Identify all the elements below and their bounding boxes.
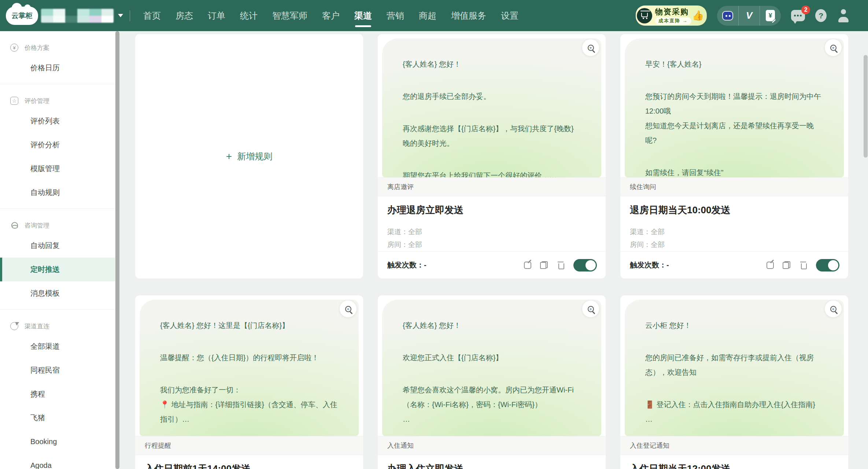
magnifier-plus-icon: + bbox=[345, 306, 351, 312]
nav-item-roomstatus[interactable]: 房态 bbox=[176, 0, 193, 31]
sidebar-section-header: ☆ 评价管理 bbox=[0, 92, 115, 109]
brand-v-button[interactable]: V bbox=[738, 6, 760, 26]
sidebar-item-fliggy[interactable]: 飞猪 bbox=[0, 406, 115, 430]
rule-room: 房间：全部 bbox=[630, 238, 839, 251]
channel-value: 全部 bbox=[408, 228, 422, 236]
message-paragraph: 您预订的房间今天到期啦！温馨提示：退房时间为中午12:00哦 想知道您今天是计划… bbox=[645, 89, 823, 148]
rule-title: 入住日期前1天14:00发送 bbox=[145, 462, 354, 469]
nav-item-orders[interactable]: 订单 bbox=[208, 0, 225, 31]
rule-tag: 离店邀评 bbox=[378, 177, 606, 196]
magnifier-plus-icon: + bbox=[588, 306, 594, 312]
message-paragraph: {客人姓名} 您好！这里是【{门店名称}】 bbox=[160, 318, 338, 333]
globe-send-icon bbox=[10, 322, 18, 330]
sidebar-item-booking[interactable]: Booking bbox=[0, 430, 115, 454]
zoom-in-button[interactable]: + bbox=[825, 39, 842, 56]
sidebar-item-agoda[interactable]: Agoda bbox=[0, 454, 115, 469]
rule-footer: 触发次数：- bbox=[620, 251, 848, 278]
nav-item-channels[interactable]: 渠道 bbox=[354, 0, 372, 31]
channel-label: 渠道： bbox=[630, 228, 651, 236]
content-scrollbar-thumb[interactable] bbox=[864, 55, 868, 158]
zoom-in-button[interactable]: + bbox=[340, 300, 357, 317]
zoom-in-button[interactable]: + bbox=[582, 39, 599, 56]
nav-item-home[interactable]: 首页 bbox=[143, 0, 161, 31]
messages-button[interactable]: 2 bbox=[791, 10, 805, 21]
zoom-in-button[interactable]: + bbox=[582, 300, 599, 317]
property-selector[interactable] bbox=[41, 9, 123, 23]
magnifier-plus-icon: + bbox=[830, 45, 836, 51]
ai-assistant-button[interactable] bbox=[717, 6, 738, 26]
rule-tag: 续住询问 bbox=[620, 177, 848, 196]
rule-card-trip-reminder: {客人姓名} 您好！这里是【{门店名称}】 温馨提醒：您（{入住日期}）的行程即… bbox=[135, 295, 363, 469]
copy-icon[interactable] bbox=[783, 261, 790, 269]
delete-icon[interactable] bbox=[557, 261, 565, 269]
nav-item-mall[interactable]: 商超 bbox=[419, 0, 436, 31]
billing-button[interactable]: ¥ bbox=[760, 6, 781, 26]
magnifier-plus-icon: + bbox=[588, 45, 594, 51]
nav-item-marketing[interactable]: 营销 bbox=[387, 0, 404, 31]
delete-icon[interactable] bbox=[799, 261, 807, 269]
topbar-divider bbox=[130, 10, 130, 21]
rule-enabled-toggle[interactable] bbox=[816, 259, 839, 272]
room-label: 房间： bbox=[630, 241, 651, 248]
profile-button[interactable] bbox=[837, 9, 850, 22]
yen-circle-icon: ¥ bbox=[10, 44, 18, 52]
nav-item-customers[interactable]: 客户 bbox=[322, 0, 340, 31]
nav-item-value-added[interactable]: 增值服务 bbox=[451, 0, 486, 31]
shopping-cart-icon bbox=[637, 8, 652, 23]
sidebar-item-tongcheng[interactable]: 同程民宿 bbox=[0, 358, 115, 382]
message-paragraph: {客人姓名} 您好！ bbox=[403, 318, 581, 333]
app-logo[interactable]: 云掌柜 bbox=[6, 7, 38, 25]
message-preview: {客人姓名} 您好！ 欢迎您正式入住【{门店名称}】 希望您会喜欢这个温馨的小窝… bbox=[382, 300, 601, 436]
trigger-count: 触发次数：- bbox=[630, 260, 669, 270]
sidebar-item-all-channels[interactable]: 全部渠道 bbox=[0, 335, 115, 358]
rule-body: 办理入住立即发送 bbox=[378, 455, 606, 469]
sidebar-section-channels: 渠道直连 全部渠道 同程民宿 携程 飞猪 Booking Agoda bbox=[0, 310, 115, 469]
sidebar-item-ctrip[interactable]: 携程 bbox=[0, 382, 115, 406]
help-button[interactable]: ? bbox=[815, 9, 827, 22]
star-square-icon: ☆ bbox=[10, 97, 18, 105]
message-paragraph: 您的房间已准备好，如需寄存行李或提前入住（视房态），欢迎告知 bbox=[645, 350, 823, 380]
sidebar-section-title: 咨询管理 bbox=[25, 221, 49, 230]
rule-body: 入住日期前1天14:00发送 bbox=[135, 455, 363, 469]
nav-item-stats[interactable]: 统计 bbox=[240, 0, 258, 31]
rule-channel: 渠道：全部 bbox=[630, 225, 839, 238]
edit-icon[interactable] bbox=[767, 262, 774, 269]
nav-item-smart-advisor[interactable]: 智慧军师 bbox=[272, 0, 307, 31]
sidebar-item-review-list[interactable]: 评价列表 bbox=[0, 109, 115, 133]
sidebar-item-price-calendar[interactable]: 价格日历 bbox=[0, 56, 115, 80]
rule-enabled-toggle[interactable] bbox=[573, 259, 597, 272]
rule-body: 退房日期当天10:00发送 渠道：全部 房间：全部 bbox=[620, 196, 848, 251]
sidebar: ¥ 价格方案 价格日历 ☆ 评价管理 评价列表 评价分析 模版管理 自动规则 咨… bbox=[0, 31, 115, 469]
add-rule-button[interactable]: + 新增规则 bbox=[226, 151, 272, 162]
sidebar-section-header: 咨询管理 bbox=[0, 217, 115, 234]
sidebar-item-template-management[interactable]: 模版管理 bbox=[0, 157, 115, 181]
rule-title: 入住日期当天12:00发送 bbox=[630, 462, 839, 469]
message-paragraph: 您的退房手续已全部办妥。 bbox=[403, 89, 581, 104]
rule-card-registration-notice: 云小柜 您好！ 您的房间已准备好，如需寄存行李或提前入住（视房态），欢迎告知 🚪… bbox=[620, 295, 848, 469]
thumbs-up-icon: 👍 bbox=[692, 10, 704, 21]
promo-title: 物资采购 bbox=[655, 7, 689, 17]
sidebar-item-message-templates[interactable]: 消息模板 bbox=[0, 281, 115, 305]
message-paragraph: {客人姓名} 您好！ bbox=[403, 57, 581, 71]
sidebar-item-scheduled-push[interactable]: 定时推送 bbox=[0, 258, 115, 281]
user-avatar-icon bbox=[837, 9, 850, 22]
sidebar-scrollbar-thumb[interactable] bbox=[115, 31, 119, 469]
message-paragraph: 🚪 登记入住：点击入住指南自助办理入住{入住指南} … bbox=[645, 397, 823, 426]
sidebar-item-auto-reply[interactable]: 自动回复 bbox=[0, 234, 115, 258]
zoom-in-button[interactable]: + bbox=[825, 300, 842, 317]
sidebar-item-auto-rules[interactable]: 自动规则 bbox=[0, 181, 115, 204]
sidebar-item-review-analysis[interactable]: 评价分析 bbox=[0, 133, 115, 157]
message-paragraph: 希望您会喜欢这个温馨的小窝。房内已为您开通Wi-Fi（名称：{Wi-Fi名称}，… bbox=[403, 383, 581, 426]
nav-item-settings[interactable]: 设置 bbox=[501, 0, 518, 31]
headset-icon bbox=[10, 221, 18, 229]
sidebar-section-header: ¥ 价格方案 bbox=[0, 39, 115, 56]
trigger-value: - bbox=[666, 261, 669, 269]
message-paragraph: 再次感谢您选择【{门店名称}】，与我们共度了{晚数}晚的美好时光。 bbox=[403, 121, 581, 151]
edit-icon[interactable] bbox=[524, 262, 531, 269]
rule-title: 办理入住立即发送 bbox=[387, 462, 596, 469]
sidebar-section-reviews: ☆ 评价管理 评价列表 评价分析 模版管理 自动规则 bbox=[0, 84, 115, 208]
copy-icon[interactable] bbox=[540, 261, 548, 269]
procurement-promo-banner[interactable]: 物资采购 成本直降 → 👍 bbox=[636, 5, 707, 26]
message-paragraph: 早安！{客人姓名} bbox=[645, 57, 823, 71]
notification-badge: 2 bbox=[801, 5, 810, 14]
